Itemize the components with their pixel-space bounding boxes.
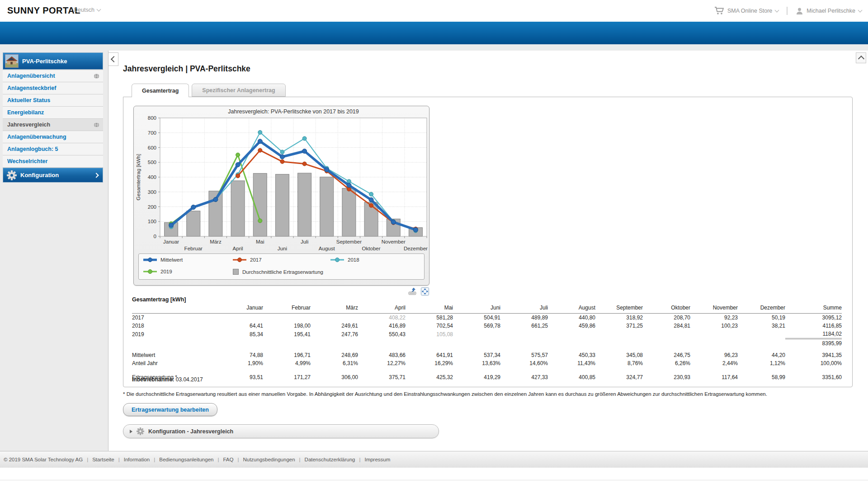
footer-separator: | xyxy=(217,457,219,462)
sidebar-collapse-button[interactable] xyxy=(108,52,118,66)
bottom-line xyxy=(0,480,868,480)
sidebar-item-label: Wechselrichter xyxy=(7,158,99,164)
svg-text:100: 100 xyxy=(148,219,156,224)
column-header: Dezember xyxy=(738,304,785,314)
footer: © 2019 SMA Solar Technology AG|Startseit… xyxy=(0,451,868,468)
plant-photo-thumbnail xyxy=(5,54,19,68)
sidebar-item-label: Anlagenlogbuch: 5 xyxy=(7,146,99,152)
table-row: 2017408,22581,28504,91489,89440,80318,92… xyxy=(132,314,842,322)
svg-text:Mai: Mai xyxy=(256,239,264,244)
sidebar-item-wechselrichter[interactable]: Wechselrichter xyxy=(3,155,103,168)
download-chart-icon[interactable] xyxy=(408,287,417,296)
column-header: Juli xyxy=(500,304,548,314)
svg-text:August: August xyxy=(319,246,335,251)
table-row: Ertragserwartung *93,51171,27306,00375,7… xyxy=(132,373,842,381)
legend-label: 2017 xyxy=(250,257,262,263)
store-label: SMA Online Store xyxy=(727,8,772,14)
footer-link-faq[interactable]: FAQ xyxy=(223,457,233,462)
tab-gesamtertrag[interactable]: Gesamtertrag xyxy=(132,84,189,97)
sidebar-items: AnlagenübersichtAnlagensteckbriefAktuell… xyxy=(3,70,103,168)
user-name: Michael Perlitschke xyxy=(807,8,855,14)
scroll-to-top-button[interactable] xyxy=(856,52,866,63)
svg-text:Februar: Februar xyxy=(184,246,203,251)
blue-header-band xyxy=(0,22,868,44)
svg-text:500: 500 xyxy=(148,160,156,165)
edit-expectation-button[interactable]: Ertragserwartung bearbeiten xyxy=(123,403,217,416)
footer-link-information[interactable]: Information xyxy=(124,457,150,462)
table-row: 201985,34195,41247,76550,43105,081184,02 xyxy=(132,330,842,339)
table-row: 201864,41198,00249,61416,89702,54569,786… xyxy=(132,322,842,330)
footer-link-nutzungsbedingungen[interactable]: Nutzungsbedingungen xyxy=(243,457,295,462)
column-header: September xyxy=(595,304,643,314)
sidebar-item-energiebilanz[interactable]: Energiebilanz xyxy=(3,107,103,119)
footer-link-bedienungsanleitungen[interactable]: Bedienungsanleitungen xyxy=(159,457,213,462)
svg-text:Oktober: Oktober xyxy=(362,246,381,251)
footer-link-datenschutzerkl-rung[interactable]: Datenschutzerklärung xyxy=(305,457,355,462)
sidebar-item-label: Anlagenübersicht xyxy=(7,73,94,79)
sidebar-item-anlagensteckbrief[interactable]: Anlagensteckbrief xyxy=(3,82,103,94)
sidebar-item-konfiguration[interactable]: Konfiguration xyxy=(3,168,103,183)
expectation-footnote: * Die durchschnittliche Ertragserwartung… xyxy=(123,391,828,397)
user-icon xyxy=(796,7,803,15)
user-menu[interactable]: Michael Perlitschke xyxy=(796,7,862,15)
legend-label: Durchschnittliche Ertragserwartung xyxy=(242,269,323,275)
footer-copyright: © 2019 SMA Solar Technology AG xyxy=(4,457,83,462)
svg-text:Jahresvergleich: PVA-Perlitsch: Jahresvergleich: PVA-Perlitschke von 201… xyxy=(228,108,359,115)
legend-item-2019: 2019 xyxy=(143,269,172,274)
legend-line-swatch xyxy=(233,257,246,263)
accordion-label: Konfiguration - Jahresvergleich xyxy=(148,428,233,435)
chart-legend: Mittelwert201720182019Durchschnittliche … xyxy=(138,253,425,280)
legend-item-2017: 2017 xyxy=(233,257,262,263)
svg-text:Gesamtertrag [kWh]: Gesamtertrag [kWh] xyxy=(136,154,141,201)
panel-divider xyxy=(108,51,108,451)
gear-icon xyxy=(137,427,144,435)
sidebar-item-jahresvergleich[interactable]: Jahresvergleich xyxy=(3,119,103,131)
globe-icon xyxy=(94,73,99,79)
svg-text:September: September xyxy=(336,239,362,244)
sunny-portal-logo[interactable]: SUNNY PORTAL xyxy=(7,5,80,16)
page-title: Jahresvergleich | PVA-Perlitschke xyxy=(123,64,250,74)
legend-bar-swatch xyxy=(233,269,239,275)
svg-text:0: 0 xyxy=(154,234,156,239)
sidebar-item-aktueller-status[interactable]: Aktueller Status xyxy=(3,94,103,107)
sidebar-item-anlagenlogbuch-5[interactable]: Anlagenlogbuch: 5 xyxy=(3,143,103,155)
footer-separator: | xyxy=(237,457,239,462)
expand-chart-icon[interactable] xyxy=(420,287,429,296)
sidebar-item-anlagen-bersicht[interactable]: Anlagenübersicht xyxy=(3,70,103,82)
legend-item-mittelwert: Mittelwert xyxy=(143,257,183,263)
footer-link-impressum[interactable]: Impressum xyxy=(364,457,390,462)
configuration-accordion[interactable]: Konfiguration - Jahresvergleich xyxy=(123,424,439,438)
legend-line-swatch xyxy=(143,269,157,274)
column-header: August xyxy=(548,304,595,314)
top-bar: SUNNY PORTAL Deutsch SMA Online Store xyxy=(0,0,868,22)
footer-separator: | xyxy=(87,457,88,462)
yearly-yield-table: JanuarFebruarMärzAprilMaiJuniJuliAugustS… xyxy=(132,304,842,381)
sidebar-item-label: Jahresvergleich xyxy=(7,122,94,128)
sidebar-item-label: Energiebilanz xyxy=(7,109,99,116)
table-header-row: JanuarFebruarMärzAprilMaiJuniJuliAugustS… xyxy=(132,304,842,314)
svg-text:700: 700 xyxy=(148,130,156,136)
chevron-down-icon xyxy=(858,8,863,13)
language-label: Deutsch xyxy=(74,7,94,13)
commissioning-date: Inbetriebnahme: 03.04.2017 xyxy=(132,376,203,383)
language-selector[interactable]: Deutsch xyxy=(74,7,100,13)
footer-separator: | xyxy=(299,457,301,462)
footer-link-startseite[interactable]: Startseite xyxy=(92,457,114,462)
svg-text:Juli: Juli xyxy=(301,239,308,244)
table-row: Anteil Jahr1,90%4,99%6,31%12,27%16,29%13… xyxy=(132,359,842,367)
legend-label: Mittelwert xyxy=(160,257,183,263)
svg-text:Januar: Januar xyxy=(163,239,179,244)
chevron-up-icon xyxy=(858,56,864,62)
sidebar-item-anlagen-berwachung[interactable]: Anlagenüberwachung xyxy=(3,131,103,143)
sidebar-plant-header[interactable]: PVA-Perlitschke xyxy=(3,52,103,70)
chart-plot: 0100200300400500600700800JanuarFebruarMä… xyxy=(134,106,430,252)
sidebar: PVA-Perlitschke AnlagenübersichtAnlagens… xyxy=(3,52,103,183)
column-header: Februar xyxy=(263,304,311,314)
table-row: 8395,99 xyxy=(132,339,842,348)
chart-toolbar xyxy=(133,287,429,296)
table-heading: Gesamtertrag [kWh] xyxy=(132,296,186,303)
sidebar-config-label: Konfiguration xyxy=(20,172,91,178)
sma-online-store-link[interactable]: SMA Online Store xyxy=(714,7,778,15)
tab-spezifischer-anlagenertrag[interactable]: Spezifischer Anlagenertrag xyxy=(192,84,285,97)
column-header: März xyxy=(311,304,358,314)
